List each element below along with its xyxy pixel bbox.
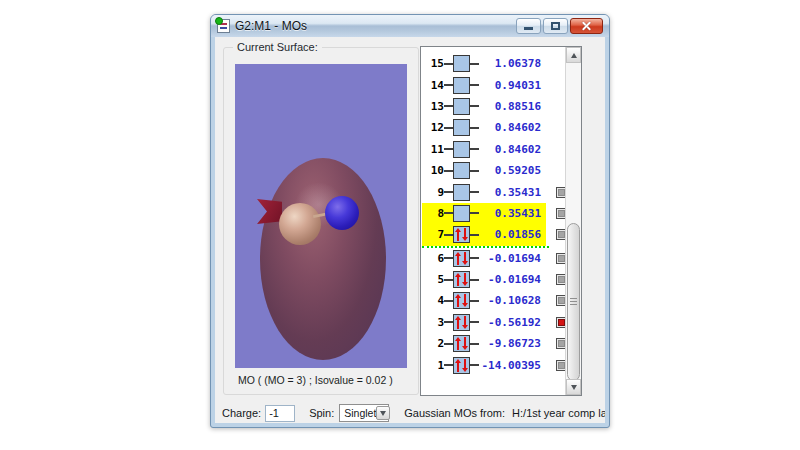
- molecule-viewport[interactable]: [235, 64, 407, 368]
- mo-level-12[interactable]: 12 0.84602: [422, 117, 546, 138]
- mo-row-13: 13 0.88516: [422, 96, 564, 117]
- level-tick-right: [470, 127, 479, 129]
- mo-level-box[interactable]: [453, 205, 470, 222]
- maximize-button[interactable]: [543, 18, 568, 34]
- level-tick-left: [444, 321, 453, 323]
- mo-isosurface: [260, 158, 386, 360]
- level-tick-left: [444, 191, 453, 193]
- mo-level-box[interactable]: [453, 314, 470, 331]
- level-tick-left: [444, 212, 453, 214]
- current-surface-group: Current Surface: MO ( (MO = 3) ; Isovalu…: [223, 47, 419, 395]
- mo-number: 9: [424, 186, 444, 199]
- mo-level-11[interactable]: 11 0.84602: [422, 139, 546, 160]
- level-tick-left: [444, 84, 453, 86]
- charge-input[interactable]: [265, 405, 295, 422]
- spin-down-arrow-icon: [462, 294, 469, 307]
- mo-level-1[interactable]: 1 -14.00395: [422, 354, 546, 375]
- mo-level-box[interactable]: [453, 98, 470, 115]
- mo-energy: 0.84602: [479, 121, 541, 134]
- level-tick-right: [470, 234, 479, 236]
- mo-number: 15: [424, 57, 444, 70]
- mo-level-box[interactable]: [453, 162, 470, 179]
- mo-level-box[interactable]: [453, 77, 470, 94]
- spin-down-arrow-icon: [462, 359, 469, 372]
- window-title: G2:M1 - MOs: [235, 19, 307, 33]
- mo-level-box[interactable]: [453, 250, 470, 267]
- mo-level-14[interactable]: 14 0.94031: [422, 74, 546, 95]
- mo-number: 3: [424, 316, 444, 329]
- mo-number: 6: [424, 252, 444, 265]
- spin-up-arrow-icon: [455, 294, 462, 307]
- mo-row-7: 7 0.01856: [422, 224, 564, 245]
- mo-row-6: 6 -0.01694: [422, 248, 564, 269]
- mo-number: 2: [424, 337, 444, 350]
- minimize-button[interactable]: [516, 18, 541, 34]
- mo-level-7-selected[interactable]: 7 0.01856: [422, 224, 546, 245]
- mo-list-scrollbar[interactable]: [565, 47, 581, 395]
- close-button[interactable]: [570, 18, 603, 34]
- mo-level-box[interactable]: [453, 357, 470, 374]
- mo-level-box[interactable]: [453, 55, 470, 72]
- spin-down-arrow-icon: [462, 228, 469, 241]
- spin-dropdown-button[interactable]: [376, 406, 390, 420]
- mo-energy: 0.01856: [479, 228, 541, 241]
- titlebar[interactable]: G2:M1 - MOs: [211, 15, 609, 37]
- level-tick-right: [470, 191, 479, 193]
- level-tick-left: [444, 63, 453, 65]
- mo-level-box[interactable]: [453, 292, 470, 309]
- mo-level-3[interactable]: 3 -0.56192: [422, 312, 546, 333]
- close-icon: [581, 21, 592, 32]
- level-tick-left: [444, 364, 453, 366]
- mo-number: 4: [424, 294, 444, 307]
- scroll-up-button[interactable]: [566, 47, 581, 63]
- mo-level-6[interactable]: 6 -0.01694: [422, 248, 546, 269]
- level-tick-left: [444, 343, 453, 345]
- minimize-icon: [524, 27, 533, 30]
- mo-energy: 0.35431: [479, 207, 541, 220]
- mo-level-10[interactable]: 10 0.59205: [422, 160, 546, 181]
- spin-label: Spin:: [309, 407, 334, 419]
- mo-level-4[interactable]: 4 -0.10628: [422, 290, 546, 311]
- level-tick-right: [470, 63, 479, 65]
- level-tick-left: [444, 300, 453, 302]
- mo-number: 8: [424, 207, 444, 220]
- mo-level-5[interactable]: 5 -0.01694: [422, 269, 546, 290]
- spin-dropdown[interactable]: Singlet: [339, 404, 389, 422]
- mo-level-box[interactable]: [453, 226, 470, 243]
- mo-level-8-selected[interactable]: 8 0.35431: [422, 203, 546, 224]
- scroll-down-button[interactable]: [566, 379, 581, 395]
- mo-number: 13: [424, 100, 444, 113]
- spin-up-arrow-icon: [455, 228, 462, 241]
- mo-level-13[interactable]: 13 0.88516: [422, 96, 546, 117]
- level-tick-left: [444, 127, 453, 129]
- mo-level-box[interactable]: [453, 335, 470, 352]
- mo-energy: 0.88516: [479, 100, 541, 113]
- mo-level-box[interactable]: [453, 119, 470, 136]
- current-surface-label: Current Surface:: [233, 41, 322, 53]
- mo-level-9[interactable]: 9 0.35431: [422, 181, 546, 202]
- scrollbar-thumb[interactable]: [567, 223, 580, 381]
- mo-level-15[interactable]: 15 1.06378: [422, 53, 546, 74]
- mo-level-box[interactable]: [453, 141, 470, 158]
- mo-row-8: 8 0.35431: [422, 203, 564, 224]
- level-tick-right: [470, 212, 479, 214]
- mo-number: 10: [424, 164, 444, 177]
- mo-level-box[interactable]: [453, 271, 470, 288]
- window-controls: [514, 18, 603, 34]
- mo-level-box[interactable]: [453, 184, 470, 201]
- spin-up-arrow-icon: [455, 316, 462, 329]
- mo-number: 1: [424, 359, 444, 372]
- bottom-bar: Charge: Spin: Singlet Gaussian MOs from:…: [215, 401, 605, 423]
- level-tick-right: [470, 148, 479, 150]
- level-tick-left: [444, 234, 453, 236]
- left-atom: [279, 203, 321, 245]
- app-icon: [217, 19, 230, 33]
- spin-down-arrow-icon: [462, 337, 469, 350]
- mo-row-11: 11 0.84602: [422, 139, 564, 160]
- level-tick-right: [470, 105, 479, 107]
- mo-row-12: 12 0.84602: [422, 117, 564, 138]
- mo-row-10: 10 0.59205: [422, 160, 564, 181]
- dropdown-arrow-icon: [380, 411, 386, 416]
- mo-level-2[interactable]: 2 -9.86723: [422, 333, 546, 354]
- spin-up-arrow-icon: [455, 273, 462, 286]
